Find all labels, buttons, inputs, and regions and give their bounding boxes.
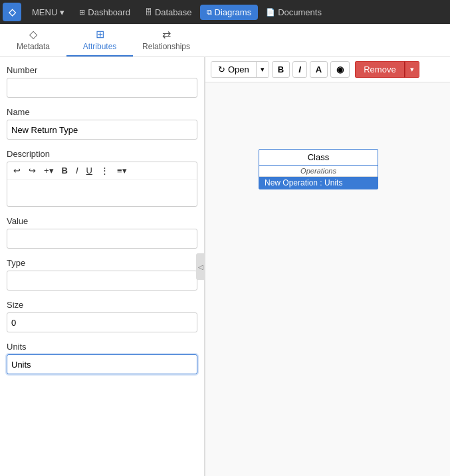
underline-btn[interactable]: U	[84, 165, 94, 176]
number-label: Number	[7, 65, 197, 75]
type-field-group: Type	[7, 258, 197, 291]
class-operation[interactable]: New Operation : Units	[259, 177, 378, 189]
operations-label: Operations	[259, 166, 378, 177]
remove-dropdown-button[interactable]: ▾	[405, 61, 419, 78]
collapse-handle[interactable]: ◁	[196, 253, 205, 280]
units-label: Units	[7, 342, 197, 352]
type-label: Type	[7, 258, 197, 268]
open-dropdown-button[interactable]: ▾	[257, 62, 269, 77]
description-field-group: Description ↩ ↪ +▾ B I U ⋮ ≡▾	[7, 149, 197, 207]
number-field-group: Number	[7, 65, 197, 98]
align-btn[interactable]: ≡▾	[115, 165, 129, 176]
logo: ◇	[3, 3, 21, 21]
size-field-group: Size	[7, 300, 197, 332]
remove-button-group: Remove ▾	[355, 61, 419, 78]
description-label: Description	[7, 149, 197, 159]
remove-button[interactable]: Remove	[355, 61, 404, 78]
top-nav: ◇ MENU ▾ ⊞ Dashboard 🗄 Database ⧉ Diagra…	[0, 0, 450, 24]
redo-btn[interactable]: ↪	[27, 165, 38, 176]
tab-bar: ◇ Metadata ⊞ Attributes ⇄ Relationships	[0, 24, 450, 57]
desc-toolbar: ↩ ↪ +▾ B I U ⋮ ≡▾	[7, 162, 197, 179]
class-diagram-box[interactable]: Class Operations New Operation : Units	[259, 149, 378, 189]
diagram-canvas: Class Operations New Operation : Units	[205, 82, 450, 109]
open-button-group: ↻ Open ▾	[211, 61, 269, 78]
name-input[interactable]	[7, 120, 197, 140]
open-button[interactable]: ↻ Open	[211, 62, 257, 77]
units-field-group: Units	[7, 342, 197, 374]
italic-btn[interactable]: I	[74, 165, 80, 176]
bold-btn[interactable]: B	[60, 165, 70, 176]
undo-btn[interactable]: ↩	[11, 165, 23, 176]
right-panel: ↻ Open ▾ B I A ◉ Remove ▾ Class Operatio…	[205, 57, 450, 476]
tab-relationships[interactable]: ⇄ Relationships	[133, 24, 199, 57]
value-field-group: Value	[7, 216, 197, 249]
size-label: Size	[7, 300, 197, 310]
description-content[interactable]	[7, 179, 197, 206]
font-toolbar-btn[interactable]: A	[310, 61, 328, 78]
nav-database[interactable]: 🗄 Database	[138, 5, 199, 20]
add-btn[interactable]: +▾	[42, 165, 56, 176]
nav-dashboard[interactable]: ⊞ Dashboard	[72, 5, 137, 20]
size-input[interactable]	[7, 312, 197, 332]
clear-toolbar-btn[interactable]: ◉	[330, 61, 350, 78]
italic-toolbar-btn[interactable]: I	[292, 61, 307, 78]
tab-attributes[interactable]: ⊞ Attributes	[66, 24, 133, 57]
tab-metadata[interactable]: ◇ Metadata	[0, 24, 66, 57]
class-header: Class	[259, 150, 378, 166]
nav-menu[interactable]: MENU ▾	[25, 5, 71, 20]
value-label: Value	[7, 216, 197, 226]
left-panel: Number Name Description ↩ ↪ +▾ B I U ⋮ ≡…	[0, 57, 205, 476]
more-btn[interactable]: ⋮	[98, 165, 111, 176]
nav-diagrams[interactable]: ⧉ Diagrams	[200, 5, 259, 20]
value-input[interactable]	[7, 229, 197, 249]
type-input[interactable]	[7, 271, 197, 291]
units-input[interactable]	[7, 354, 197, 374]
name-field-group: Name	[7, 107, 197, 140]
number-input[interactable]	[7, 78, 197, 98]
main-layout: Number Name Description ↩ ↪ +▾ B I U ⋮ ≡…	[0, 57, 450, 476]
nav-documents[interactable]: 📄 Documents	[259, 5, 328, 20]
name-label: Name	[7, 107, 197, 117]
description-editor: ↩ ↪ +▾ B I U ⋮ ≡▾	[7, 162, 197, 207]
bold-toolbar-btn[interactable]: B	[272, 61, 290, 78]
right-toolbar: ↻ Open ▾ B I A ◉ Remove ▾	[205, 57, 450, 82]
